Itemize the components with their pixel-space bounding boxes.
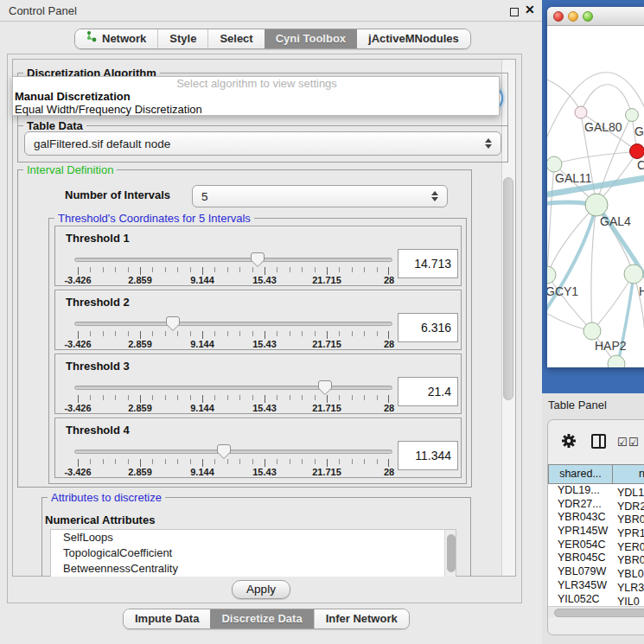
checkbox-icon[interactable]: ☑ xyxy=(628,436,639,449)
threshold-2-panel: Threshold 2 -3.4262.8599.14415.4321.7152… xyxy=(54,290,462,350)
popup-option-manual-discretization[interactable]: Manual Discretization xyxy=(13,90,499,103)
table-row[interactable]: YER054CYER0 xyxy=(548,539,644,552)
vertical-scrollbar-thumb[interactable] xyxy=(503,177,513,400)
slider-ticks xyxy=(78,331,389,339)
node-partial-top-right[interactable] xyxy=(626,109,639,122)
table-row[interactable]: YIL052CYIL0 xyxy=(548,593,644,607)
node-gcy1[interactable] xyxy=(547,266,556,284)
threshold-4-slider[interactable] xyxy=(74,450,392,454)
table-row[interactable]: YBR045CYBR0 xyxy=(548,552,644,565)
slider-scale-labels: -3.4262.8599.14415.4321.71528 xyxy=(78,275,389,286)
slider-ticks xyxy=(78,267,389,275)
threshold-4-panel: Threshold 4 -3.4262.8599.14415.4321.7152… xyxy=(54,418,462,478)
slider-scale-labels: -3.4262.8599.14415.4321.71528 xyxy=(78,467,389,478)
list-item[interactable]: TopologicalCoefficient xyxy=(51,545,456,561)
table-row[interactable]: YBL079WYBL0 xyxy=(548,565,644,579)
node-label-hap2: HAP2 xyxy=(595,339,627,353)
tab-impute-data[interactable]: Impute Data xyxy=(124,609,210,628)
slider-scale-labels: -3.4262.8599.14415.4321.71528 xyxy=(78,403,389,414)
node-gal11[interactable] xyxy=(547,156,562,172)
slider-scale-labels: -3.4262.8599.14415.4321.71528 xyxy=(78,339,389,350)
node-label-h: H xyxy=(639,284,644,298)
table-panel-title: Table Panel xyxy=(548,399,607,411)
node-h[interactable] xyxy=(624,265,643,284)
slider-ticks xyxy=(78,459,389,467)
threshold-3-value-field[interactable]: 21.4 xyxy=(398,377,458,406)
tab-style[interactable]: Style xyxy=(157,29,207,48)
slider-thumb-icon[interactable] xyxy=(318,380,332,395)
numerical-attributes-list: SelfLoops TopologicalCoefficient Between… xyxy=(50,529,456,577)
node-label-gcy1: GCY1 xyxy=(547,284,578,298)
numerical-attributes-label: Numerical Attributes xyxy=(45,513,155,526)
zoom-traffic-light-icon[interactable] xyxy=(583,11,593,22)
table-panel: Table Panel ☑ ☑ shared... na YDL19...YDL… xyxy=(542,393,644,644)
close-traffic-light-icon[interactable] xyxy=(553,11,564,22)
node-gal80[interactable] xyxy=(575,106,587,118)
thresholds-group-title: Threshold's Coordinates for 5 Intervals xyxy=(54,212,254,225)
table-rows: YDL19...YDL1 YDR27...YDR2 YBR043CYBR0 YP… xyxy=(548,484,644,606)
apply-button[interactable]: Apply xyxy=(232,580,290,599)
threshold-1-slider[interactable] xyxy=(74,258,392,262)
node-gal4[interactable] xyxy=(585,194,608,216)
table-row[interactable]: YPR145WYPR1 xyxy=(548,525,644,539)
slider-thumb-icon[interactable] xyxy=(166,316,180,331)
threshold-1-value-field[interactable]: 14.713 xyxy=(398,249,458,278)
tab-cyni-toolbox[interactable]: Cyni Toolbox xyxy=(265,29,357,48)
table-row[interactable]: YDR27...YDR2 xyxy=(548,498,644,512)
tab-network[interactable]: Network xyxy=(75,29,157,48)
column-header-name[interactable]: na xyxy=(612,464,644,484)
control-panel: Control Panel ✕ Network Style Select Cyn… xyxy=(0,0,542,644)
threshold-2-value-field[interactable]: 6.316 xyxy=(398,313,458,342)
combobox-arrows-icon xyxy=(485,138,492,149)
bottom-tab-bar: Impute Data Discretize Data Infer Networ… xyxy=(123,609,410,629)
threshold-2-slider[interactable] xyxy=(74,322,392,326)
tab-discretize-data[interactable]: Discretize Data xyxy=(210,609,313,628)
table-row[interactable]: YLR345WYLR3 xyxy=(548,579,644,593)
table-data-title: Table Data xyxy=(23,119,86,132)
threshold-4-value-field[interactable]: 11.344 xyxy=(398,441,458,470)
table-row[interactable]: YDL19...YDL1 xyxy=(548,484,644,498)
close-icon[interactable]: ✕ xyxy=(525,3,535,16)
list-scrollbar[interactable] xyxy=(444,530,456,577)
threshold-3-label: Threshold 3 xyxy=(66,360,130,373)
list-scrollbar-thumb[interactable] xyxy=(447,534,456,572)
minimize-traffic-light-icon[interactable] xyxy=(568,11,578,22)
tab-select[interactable]: Select xyxy=(207,29,264,48)
list-item[interactable]: SelfLoops xyxy=(51,530,456,545)
node-red-selected[interactable] xyxy=(630,144,644,159)
interval-definition-title: Interval Definition xyxy=(23,163,117,176)
tab-infer-network[interactable]: Infer Network xyxy=(314,609,409,628)
popup-placeholder-item[interactable]: Select algorithm to view settings xyxy=(13,77,499,90)
slider-thumb-icon[interactable] xyxy=(217,444,231,459)
panel-title: Control Panel xyxy=(9,4,77,17)
thresholds-group: Threshold's Coordinates for 5 Intervals … xyxy=(48,218,467,484)
top-tab-bar: Network Style Select Cyni Toolbox jActiv… xyxy=(74,29,471,49)
network-window-titlebar[interactable] xyxy=(547,7,644,26)
popup-option-equal-width[interactable]: Equal Width/Frequency Discretization xyxy=(13,103,499,116)
float-window-icon[interactable] xyxy=(510,8,519,16)
slider-thumb-icon[interactable] xyxy=(251,252,265,267)
node-label-gal11: GAL11 xyxy=(555,171,592,185)
attributes-group-title: Attributes to discretize xyxy=(48,491,165,504)
horizontal-scrollbar[interactable] xyxy=(548,606,644,617)
split-panel-icon[interactable] xyxy=(591,434,606,449)
table-data-selected-value: galFiltered.sif default node xyxy=(34,137,170,150)
checkbox-icon[interactable]: ☑ xyxy=(617,436,628,449)
node-hap2[interactable] xyxy=(583,322,601,340)
tab-jactivemnodules[interactable]: jActiveMNodules xyxy=(357,29,470,48)
gear-icon[interactable] xyxy=(560,432,577,453)
threshold-3-slider[interactable] xyxy=(74,386,392,390)
table-header-row: shared... na xyxy=(548,464,644,484)
tab-network-label: Network xyxy=(102,29,146,48)
table-row[interactable]: YBR043CYBR0 xyxy=(548,511,644,525)
table-panel-body: ☑ ☑ shared... na YDL19...YDL1 YDR27...YD… xyxy=(547,419,644,635)
table-data-combobox[interactable]: galFiltered.sif default node xyxy=(24,131,501,156)
network-view-window[interactable]: GAL80 GA C GAL11 GAL4 GCY1 H HAP2 xyxy=(547,7,644,367)
column-header-shared-name[interactable]: shared... xyxy=(548,464,613,484)
network-canvas[interactable]: GAL80 GA C GAL11 GAL4 GCY1 H HAP2 xyxy=(547,26,644,367)
number-of-intervals-spinner[interactable]: 5 xyxy=(192,185,448,207)
list-item[interactable]: BetweennessCentrality xyxy=(51,561,456,577)
node-partial-bottom[interactable] xyxy=(608,355,625,367)
horizontal-scrollbar-thumb[interactable] xyxy=(554,609,644,617)
threshold-4-label: Threshold 4 xyxy=(66,424,130,437)
